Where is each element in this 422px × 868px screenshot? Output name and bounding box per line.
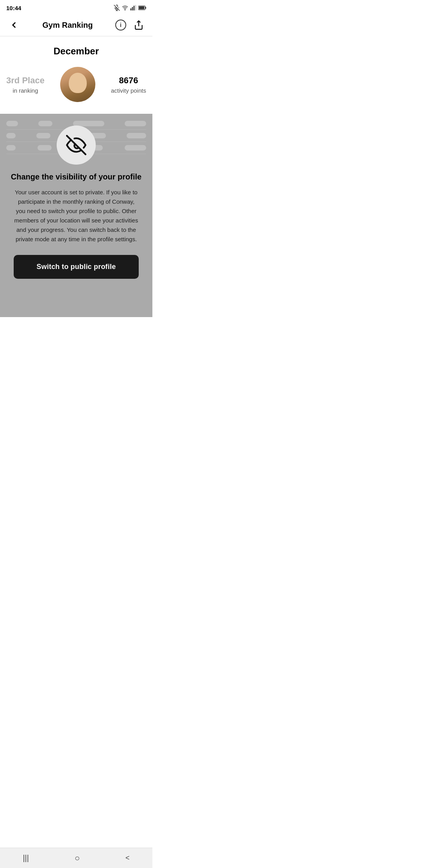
status-bar: 10:44: [0, 0, 152, 14]
points-label: activity points: [111, 87, 146, 94]
month-title: December: [54, 46, 99, 56]
avatar: [60, 67, 95, 102]
points-info: 8676 activity points: [111, 75, 146, 94]
month-header: December: [0, 36, 152, 63]
info-button[interactable]: i: [114, 18, 127, 32]
rank-info: 3rd Place in ranking: [6, 75, 45, 94]
battery-icon: [138, 5, 146, 11]
visibility-overlay: Change the visibility of your profile Yo…: [0, 114, 152, 317]
page-title: Gym Ranking: [43, 21, 93, 30]
points-value: 8676: [111, 75, 146, 86]
back-button[interactable]: [7, 18, 21, 32]
status-icons: [114, 5, 146, 11]
share-icon: [134, 20, 144, 30]
overlay-description: Your user account is set to private. If …: [14, 188, 139, 244]
svg-rect-9: [145, 7, 147, 9]
svg-rect-7: [135, 5, 136, 11]
rank-number: 3rd Place: [6, 75, 45, 86]
share-button[interactable]: [132, 18, 145, 32]
signal-icon: [130, 5, 136, 11]
svg-rect-6: [134, 6, 135, 11]
info-icon: i: [115, 20, 126, 30]
mute-icon: [114, 5, 120, 11]
status-time: 10:44: [6, 5, 21, 11]
back-arrow-icon: [9, 20, 19, 30]
ranking-row: 3rd Place in ranking 8676 activity point…: [0, 63, 152, 114]
overlay-title: Change the visibility of your profile: [11, 172, 141, 181]
svg-point-3: [125, 10, 125, 10]
svg-rect-10: [139, 6, 144, 9]
top-bar: Gym Ranking i: [0, 14, 152, 36]
rank-label: in ranking: [6, 87, 45, 94]
svg-rect-5: [132, 7, 133, 11]
visibility-off-icon: [66, 135, 86, 155]
wifi-icon: [122, 5, 128, 11]
visibility-icon-container: [57, 126, 96, 165]
svg-rect-4: [131, 8, 132, 10]
top-actions: i: [114, 18, 145, 32]
switch-to-public-button[interactable]: Switch to public profile: [14, 255, 139, 279]
